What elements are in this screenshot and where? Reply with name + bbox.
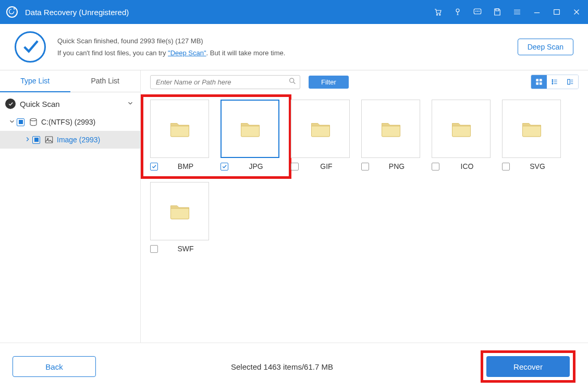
svg-rect-17 xyxy=(568,79,570,84)
svg-point-1 xyxy=(439,14,440,15)
tab-type-list[interactable]: Type List xyxy=(0,70,70,92)
folder-icon xyxy=(150,182,209,240)
tristate-checkbox[interactable] xyxy=(17,118,24,126)
card-label: SWF xyxy=(162,245,209,253)
folder-icon xyxy=(361,100,420,158)
card-checkbox[interactable] xyxy=(150,163,158,170)
svg-point-2 xyxy=(456,9,459,12)
recover-button[interactable]: Recover xyxy=(486,356,570,377)
chevron-down-icon xyxy=(126,100,135,108)
card-label: ICO xyxy=(444,162,491,170)
tab-path-list[interactable]: Path List xyxy=(70,70,141,92)
chevron-down-icon xyxy=(7,118,17,127)
summary-line1: Quick Scan finished, found 2993 file(s) … xyxy=(57,35,518,47)
view-detail-button[interactable] xyxy=(562,75,578,89)
view-grid-button[interactable] xyxy=(531,75,547,89)
title-bar: Data Recovery (Unregistered) xyxy=(0,0,588,24)
tree-quick-scan[interactable]: Quick Scan xyxy=(0,94,140,113)
svg-rect-5 xyxy=(554,10,560,15)
svg-rect-13 xyxy=(540,82,542,84)
folder-grid: BMP JPG GIF PNG ICO SVG SWF xyxy=(141,93,588,259)
svg-point-16 xyxy=(552,83,553,84)
save-icon[interactable] xyxy=(492,7,503,17)
app-logo-icon xyxy=(6,6,18,18)
deep-scan-button[interactable]: Deep Scan xyxy=(518,39,573,55)
search-input[interactable] xyxy=(150,75,300,89)
card-label: BMP xyxy=(162,162,209,170)
folder-card[interactable]: JPG xyxy=(220,100,279,170)
card-checkbox[interactable] xyxy=(502,163,510,170)
filter-button[interactable]: Filter xyxy=(309,76,349,89)
sidebar: Type List Path List Quick Scan xyxy=(0,70,141,343)
folder-card[interactable]: ICO xyxy=(432,100,491,170)
view-list-button[interactable] xyxy=(547,75,562,89)
folder-icon xyxy=(502,100,561,158)
card-label: JPG xyxy=(232,162,279,170)
check-circle-icon xyxy=(15,31,46,63)
card-checkbox[interactable] xyxy=(150,245,158,253)
svg-rect-11 xyxy=(540,79,542,81)
svg-rect-4 xyxy=(496,9,499,11)
card-checkbox[interactable] xyxy=(291,163,299,170)
back-button[interactable]: Back xyxy=(13,356,96,377)
svg-rect-12 xyxy=(536,82,538,84)
folder-icon xyxy=(291,100,350,158)
image-icon xyxy=(44,135,54,144)
chevron-right-icon xyxy=(23,136,32,144)
svg-point-9 xyxy=(290,78,294,82)
disk-icon xyxy=(29,117,38,127)
svg-point-15 xyxy=(552,81,553,82)
card-checkbox[interactable] xyxy=(361,163,369,170)
feedback-icon[interactable] xyxy=(472,7,483,17)
folder-card[interactable]: PNG xyxy=(361,100,420,170)
tree-image[interactable]: Image (2993) xyxy=(0,131,140,149)
folder-icon xyxy=(220,100,279,158)
svg-rect-7 xyxy=(45,137,53,143)
app-title: Data Recovery (Unregistered) xyxy=(25,8,129,17)
card-checkbox[interactable] xyxy=(220,163,228,170)
deep-scan-link[interactable]: "Deep Scan" xyxy=(168,49,206,57)
card-label: SVG xyxy=(514,162,561,170)
card-label: GIF xyxy=(303,162,350,170)
tree-drive[interactable]: C:(NTFS) (2993) xyxy=(0,113,140,131)
card-label: PNG xyxy=(373,162,420,170)
summary-line2: If you can't find lost files, you can tr… xyxy=(57,47,518,59)
search-icon[interactable] xyxy=(288,77,297,87)
menu-icon[interactable] xyxy=(512,7,522,17)
key-icon[interactable] xyxy=(452,7,463,17)
svg-point-6 xyxy=(30,118,36,121)
cart-icon[interactable] xyxy=(433,7,443,17)
scan-summary: Quick Scan finished, found 2993 file(s) … xyxy=(0,24,588,70)
annotation-highlight: Recover xyxy=(481,350,575,383)
folder-card[interactable]: GIF xyxy=(291,100,350,170)
folder-icon xyxy=(150,100,209,158)
content-area: Filter BMP JPG GIF PNG xyxy=(141,70,588,343)
minimize-icon[interactable] xyxy=(532,7,542,17)
folder-card[interactable]: SVG xyxy=(502,100,561,170)
card-checkbox[interactable] xyxy=(432,163,439,170)
check-badge-icon xyxy=(5,99,16,109)
close-icon[interactable] xyxy=(571,7,582,17)
folder-card[interactable]: BMP xyxy=(150,100,209,170)
folder-icon xyxy=(432,100,491,158)
svg-rect-10 xyxy=(536,79,538,81)
svg-point-14 xyxy=(552,80,553,81)
tristate-checkbox[interactable] xyxy=(32,136,40,144)
maximize-icon[interactable] xyxy=(552,7,562,17)
folder-card[interactable]: SWF xyxy=(150,182,209,253)
selection-status: Selected 1463 items/61.7 MB xyxy=(231,362,333,371)
svg-point-0 xyxy=(436,14,437,15)
footer: Back Selected 1463 items/61.7 MB Recover xyxy=(0,343,588,390)
